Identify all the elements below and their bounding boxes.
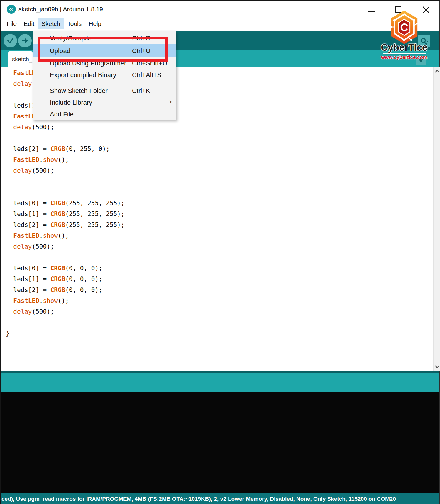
title-bar: ∞ sketch_jan09b | Arduino 1.8.19 (1, 1, 439, 18)
menu-separator (46, 83, 174, 83)
minimize-button[interactable] (368, 11, 375, 12)
tabs-dropdown-icon (418, 59, 424, 62)
code-line: leds[2] = CRGB(255, 255, 255); (6, 220, 433, 230)
code-line: delay(500); (6, 122, 433, 133)
code-line: leds[0] = CRGB(0, 0, 0); (6, 263, 433, 274)
tabs-dropdown-button[interactable] (416, 56, 426, 65)
board-status-text: ced), Use pgm_read macros for IRAM/PROGM… (1, 496, 396, 502)
menu-item-shortcut: Ctrl+R (132, 35, 150, 42)
code-line (6, 317, 433, 328)
menu-item-label: Add File... (33, 111, 79, 118)
menu-item-verify-compile[interactable]: Verify/CompileCtrl+R (33, 33, 176, 44)
code-line: leds[1] = CRGB(255, 255, 255); (6, 209, 433, 220)
menu-item-label: Include Library (33, 99, 92, 106)
code-line: FastLED.show(); (6, 296, 433, 306)
close-button[interactable] (422, 6, 430, 14)
code-line: } (6, 328, 433, 339)
status-strip (1, 373, 439, 392)
code-line: delay(500); (6, 165, 433, 176)
window-title: sketch_jan09b | Arduino 1.8.19 (18, 6, 103, 13)
menubar-item-file[interactable]: File (3, 18, 20, 29)
submenu-arrow-icon: › (169, 97, 172, 106)
console-output-area (1, 392, 439, 493)
menu-item-include-library[interactable]: Include Library› (33, 97, 176, 108)
code-line: delay(500); (6, 241, 433, 252)
code-line (6, 252, 433, 263)
maximize-button[interactable] (395, 6, 401, 13)
code-line: leds[2] = CRGB(0, 255, 0); (6, 144, 433, 155)
verify-button[interactable] (4, 34, 17, 47)
code-line: leds[0] = CRGB(255, 255, 255); (6, 198, 433, 209)
menu-item-shortcut: Ctrl+K (132, 87, 150, 95)
menubar-item-tools[interactable]: Tools (64, 18, 85, 29)
sketch-menu-dropdown: Verify/CompileCtrl+RUploadCtrl+UUpload U… (33, 31, 176, 120)
menu-item-label: Show Sketch Folder (33, 87, 108, 95)
serial-monitor-button[interactable] (418, 35, 430, 47)
menu-item-shortcut: Ctrl+Alt+S (132, 71, 161, 79)
code-line: leds[1] = CRGB(0, 0, 0); (6, 274, 433, 285)
menu-item-label: Verify/Compile (33, 35, 92, 42)
menubar-item-sketch[interactable]: Sketch (38, 18, 64, 29)
menu-item-label: Upload Using Programmer (33, 60, 126, 67)
upload-button[interactable] (18, 34, 32, 47)
arduino-logo-icon: ∞ (7, 5, 16, 14)
menu-item-label: Upload (33, 47, 70, 55)
menu-item-shortcut: Ctrl+U (132, 47, 150, 55)
menubar-item-edit[interactable]: Edit (20, 18, 38, 29)
code-line: leds[2] = CRGB(0, 0, 0); (6, 285, 433, 296)
editor-scrollbar[interactable] (433, 67, 440, 371)
menubar-item-help[interactable]: Help (85, 18, 105, 29)
menu-item-show-sketch-folder[interactable]: Show Sketch FolderCtrl+K (33, 85, 176, 97)
menu-item-label: Export compiled Binary (33, 71, 116, 79)
code-line (6, 133, 433, 144)
code-line: FastLED.show(); (6, 155, 433, 165)
tab-sketch[interactable]: sketch_ (8, 51, 33, 67)
scroll-up-icon[interactable] (435, 70, 440, 74)
code-line: delay(500); (6, 306, 433, 317)
menu-item-upload[interactable]: UploadCtrl+U (33, 44, 176, 57)
menu-item-export-compiled-binary[interactable]: Export compiled BinaryCtrl+Alt+S (33, 69, 176, 81)
scroll-down-icon[interactable] (435, 364, 440, 369)
code-line: FastLED.show(); (6, 230, 433, 241)
code-line (6, 176, 433, 187)
menu-item-shortcut: Ctrl+Shift+U (132, 60, 167, 67)
arduino-ide-window: ∞ sketch_jan09b | Arduino 1.8.19 FileEdi… (0, 0, 440, 504)
menu-item-upload-using-programmer[interactable]: Upload Using ProgrammerCtrl+Shift+U (33, 57, 176, 69)
board-status-bar: ced), Use pgm_read macros for IRAM/PROGM… (1, 493, 439, 504)
code-line (6, 187, 433, 198)
menu-bar: FileEditSketchToolsHelp (1, 18, 439, 30)
menu-item-add-file[interactable]: Add File... (33, 108, 176, 120)
